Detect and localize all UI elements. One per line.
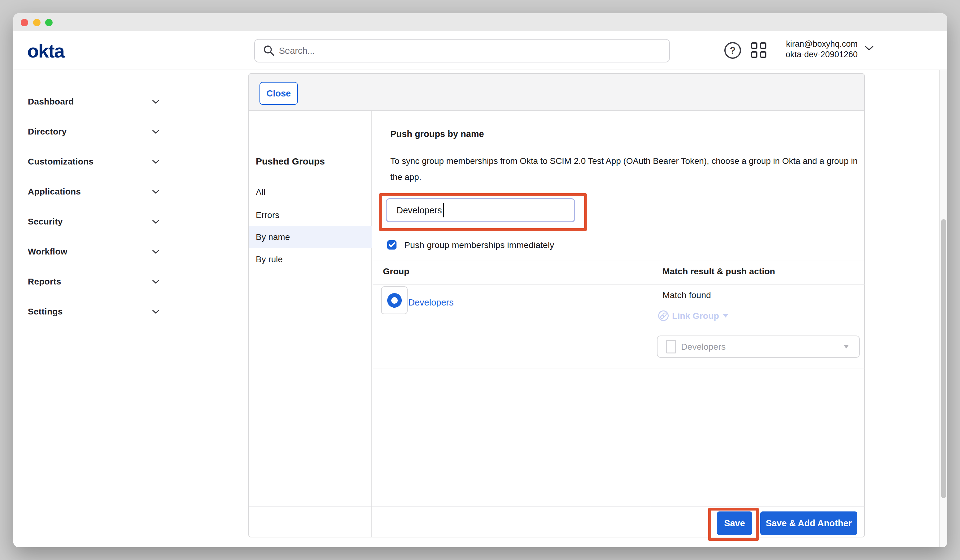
app-header: okta Search... ? kiran@boxyhq.com okta-d…	[13, 31, 947, 70]
chevron-down-icon	[152, 310, 159, 314]
chevron-down-icon	[152, 280, 159, 284]
sidebar-item-settings[interactable]: Settings	[13, 301, 188, 323]
search-icon	[263, 45, 275, 57]
window-titlebar	[13, 13, 947, 31]
target-group-value: Developers	[681, 342, 726, 352]
sidebar-item-customizations[interactable]: Customizations	[13, 151, 188, 173]
row-bottom-border	[373, 369, 866, 369]
group-name-value: Developers	[397, 205, 442, 216]
link-group-label: Link Group	[672, 311, 719, 321]
sidebar-item-applications[interactable]: Applications	[13, 181, 188, 203]
caret-down-icon	[723, 314, 728, 318]
app-group-icon	[666, 340, 676, 354]
match-status: Match found	[662, 290, 711, 300]
close-button[interactable]: Close	[259, 82, 298, 105]
save-button[interactable]: Save	[717, 512, 752, 535]
subnav-item-by-name[interactable]: By name	[249, 226, 372, 248]
traffic-light-close[interactable]	[21, 19, 28, 26]
group-name-input[interactable]: Developers	[386, 198, 575, 222]
save-add-another-button[interactable]: Save & Add Another	[760, 512, 857, 535]
footer-border	[249, 507, 866, 507]
target-group-select-disabled: Developers	[657, 336, 860, 358]
table-top-border	[373, 260, 866, 260]
push-immediately-label: Push group memberships immediately	[404, 240, 554, 250]
check-icon	[389, 242, 395, 248]
sidebar-item-directory[interactable]: Directory	[13, 121, 188, 142]
account-email: kiran@boxyhq.com	[780, 38, 858, 49]
scrollbar-track[interactable]	[939, 70, 947, 547]
push-immediately-checkbox[interactable]	[387, 240, 397, 250]
sidebar-item-security[interactable]: Security	[13, 211, 188, 232]
account-menu[interactable]: kiran@boxyhq.com okta-dev-20901260	[780, 38, 858, 60]
text-cursor	[443, 203, 444, 218]
panel-toolbar: Close	[249, 74, 864, 111]
chevron-down-icon	[152, 100, 159, 104]
sidebar-item-workflow[interactable]: Workflow	[13, 241, 188, 262]
subnav-item-by-rule[interactable]: By rule	[249, 249, 372, 270]
account-org: okta-dev-20901260	[780, 49, 858, 60]
subnav-title: Pushed Groups	[256, 156, 325, 167]
chevron-down-icon	[152, 190, 159, 194]
okta-group-icon	[381, 286, 408, 314]
traffic-light-zoom[interactable]	[45, 19, 53, 26]
column-divider	[651, 369, 651, 507]
link-group-dropdown-disabled: Link Group	[658, 310, 728, 321]
caret-down-icon	[844, 345, 849, 349]
help-icon[interactable]: ?	[724, 42, 741, 59]
sidebar-item-reports[interactable]: Reports	[13, 271, 188, 293]
okta-logo: okta	[27, 40, 64, 62]
link-icon	[658, 310, 669, 321]
chevron-down-icon	[152, 160, 159, 164]
scrollbar-thumb[interactable]	[941, 219, 946, 498]
sidebar-nav: Dashboard Directory Customizations Appli…	[13, 70, 188, 547]
account-chevron-down-icon[interactable]	[864, 45, 874, 51]
subnav-item-all[interactable]: All	[249, 181, 372, 203]
chevron-down-icon	[152, 130, 159, 134]
sidebar-item-dashboard[interactable]: Dashboard	[13, 91, 188, 112]
apps-grid-icon[interactable]	[751, 42, 768, 59]
page-description: To sync group memberships from Okta to S…	[390, 153, 864, 185]
column-header-match: Match result & push action	[662, 266, 775, 277]
chevron-down-icon	[152, 250, 159, 254]
search-input[interactable]: Search...	[254, 39, 670, 62]
search-placeholder: Search...	[279, 46, 315, 56]
browser-window: okta Search... ? kiran@boxyhq.com okta-d…	[13, 13, 947, 547]
traffic-light-minimize[interactable]	[33, 19, 40, 26]
push-groups-panel: Close Pushed Groups All Errors By name B…	[248, 73, 865, 538]
column-header-group: Group	[383, 266, 410, 277]
subnav-item-errors[interactable]: Errors	[249, 205, 372, 226]
pushed-groups-subnav: Pushed Groups All Errors By name By rule	[249, 111, 372, 538]
table-header-border	[373, 285, 866, 285]
group-donut-icon	[387, 293, 402, 308]
group-link[interactable]: Developers	[408, 298, 454, 308]
chevron-down-icon	[152, 220, 159, 224]
page-title: Push groups by name	[390, 129, 484, 139]
